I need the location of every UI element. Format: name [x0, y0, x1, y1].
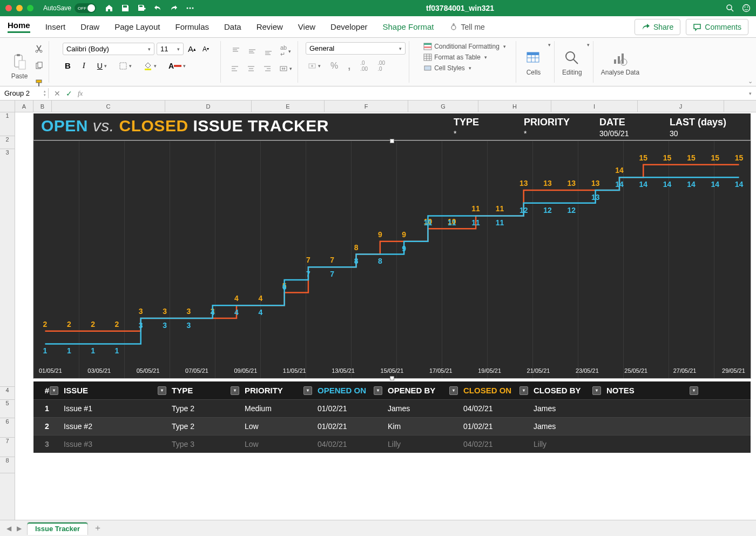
tab-page-layout[interactable]: Page Layout [114, 22, 160, 31]
prev-sheet-icon[interactable]: ◀ [6, 525, 11, 532]
filter-icon[interactable]: ▾ [449, 386, 458, 395]
fill-color-icon[interactable]: ▾ [141, 59, 159, 72]
cancel-formula-icon[interactable]: ✕ [54, 89, 60, 98]
align-center-icon[interactable] [245, 62, 258, 75]
next-sheet-icon[interactable]: ▶ [17, 525, 22, 532]
col-header[interactable]: F [325, 100, 408, 112]
chart-object[interactable]: 2222333344577899101011111313131314151515… [33, 140, 751, 378]
tab-developer[interactable]: Developer [330, 22, 367, 31]
filter-icon[interactable]: ▾ [374, 386, 382, 395]
increase-decimal-icon[interactable]: .0.00 [358, 58, 370, 74]
collapse-ribbon-icon[interactable]: ⌄ [748, 78, 753, 85]
filter-icon[interactable]: ▾ [303, 386, 312, 395]
align-bottom-icon[interactable] [262, 45, 275, 58]
col-header[interactable]: E [252, 100, 325, 112]
col-header[interactable]: I [551, 100, 638, 112]
tab-home[interactable]: Home [8, 21, 30, 33]
underline-icon[interactable]: U▾ [95, 59, 109, 72]
maximize-icon[interactable] [27, 5, 33, 11]
tab-draw[interactable]: Draw [80, 22, 99, 31]
copy-icon[interactable] [32, 59, 45, 72]
row-header[interactable]: 2 [0, 136, 15, 149]
close-icon[interactable] [5, 5, 12, 11]
col-header[interactable]: D [165, 100, 252, 112]
tab-data[interactable]: Data [224, 22, 241, 31]
currency-icon[interactable]: ▾ [306, 59, 323, 72]
row-header[interactable]: 6 [0, 418, 15, 438]
name-box-spinner[interactable]: ▴▾ [44, 89, 46, 97]
row-header[interactable]: 3 [0, 149, 15, 387]
undo-icon[interactable] [153, 4, 162, 12]
tab-review[interactable]: Review [256, 22, 283, 31]
align-top-icon[interactable] [230, 45, 242, 58]
save-icon[interactable] [121, 4, 130, 12]
filter-icon[interactable]: ▾ [50, 386, 58, 395]
smiley-icon[interactable] [742, 4, 751, 12]
tab-view[interactable]: View [298, 22, 315, 31]
bold-icon[interactable]: B [63, 59, 73, 72]
table-row[interactable]: 2Issue #2Type 2Low01/02/21Kim01/02/21Jam… [33, 417, 751, 435]
col-header[interactable]: B [33, 100, 52, 112]
font-name-select[interactable]: Calibri (Body) ▾ [63, 43, 154, 55]
conditional-formatting[interactable]: Conditional Formatting▾ [423, 42, 506, 51]
row-header[interactable]: 5 [0, 400, 15, 418]
row-header[interactable]: 4 [0, 387, 15, 400]
align-middle-icon[interactable] [246, 45, 259, 58]
autosave-toggle[interactable]: AutoSave [43, 3, 96, 13]
align-right-icon[interactable] [261, 62, 274, 75]
table-row[interactable]: 3Issue #3Type 3Low04/02/21Lilly04/02/21L… [33, 435, 751, 453]
expand-formula-icon[interactable]: ▾ [749, 91, 752, 96]
italic-icon[interactable]: I [80, 59, 87, 72]
number-format-select[interactable]: General ▾ [306, 42, 406, 55]
merge-icon[interactable]: ▾ [277, 62, 294, 75]
col-header[interactable]: G [408, 100, 478, 112]
filter-icon[interactable]: ▾ [690, 386, 698, 395]
decrease-font-icon[interactable]: A▾ [200, 43, 211, 55]
comments-button[interactable]: Comments [686, 19, 748, 35]
selection-handle[interactable] [390, 139, 394, 143]
tab-formulas[interactable]: Formulas [175, 22, 209, 31]
font-size-select[interactable]: 11 ▾ [157, 43, 184, 55]
table-row[interactable]: 1Issue #1Type 2Medium01/02/21James04/02/… [33, 399, 751, 417]
filter-icon[interactable]: ▾ [519, 386, 528, 395]
spreadsheet-grid[interactable]: A B C D E F G H I J K 1 2 3 4 5 6 7 8 [0, 100, 756, 520]
more-icon[interactable] [186, 4, 194, 12]
cells-icon[interactable] [524, 48, 543, 68]
filter-icon[interactable]: ▾ [158, 386, 166, 395]
col-header[interactable]: A [15, 100, 33, 112]
name-box[interactable]: Group 2 ▴▾ [0, 88, 49, 98]
row-header[interactable]: 1 [0, 112, 15, 136]
col-header[interactable]: J [638, 100, 724, 112]
tab-insert[interactable]: Insert [45, 22, 66, 31]
col-header[interactable]: C [52, 100, 165, 112]
comma-icon[interactable]: , [346, 58, 353, 74]
cut-icon[interactable] [32, 42, 45, 55]
row-header[interactable]: 8 [0, 457, 15, 473]
redo-icon[interactable] [170, 4, 178, 12]
align-left-icon[interactable] [228, 62, 241, 75]
font-color-icon[interactable]: A▾ [166, 59, 188, 72]
enter-formula-icon[interactable]: ✓ [66, 89, 72, 98]
format-as-table[interactable]: Format as Table▾ [423, 53, 487, 62]
percent-icon[interactable]: % [328, 59, 340, 73]
add-sheet-icon[interactable]: ＋ [93, 522, 102, 534]
editing-chevron[interactable]: ▾ [587, 42, 590, 48]
save-as-icon[interactable] [137, 4, 146, 12]
filter-icon[interactable]: ▾ [231, 386, 239, 395]
sheet-tab[interactable]: Issue Tracker [27, 522, 88, 535]
minimize-icon[interactable] [16, 5, 23, 11]
borders-icon[interactable]: ▾ [117, 59, 134, 72]
selection-handle[interactable] [390, 376, 394, 380]
tell-me[interactable]: Tell me [449, 23, 485, 31]
increase-font-icon[interactable]: A▴ [186, 42, 198, 56]
row-header[interactable]: 7 [0, 438, 15, 457]
formula-input[interactable] [88, 92, 747, 95]
home-icon[interactable] [105, 4, 113, 12]
wrap-text-icon[interactable]: ab↵▾ [278, 42, 293, 60]
decrease-decimal-icon[interactable]: .00.0 [375, 58, 387, 74]
col-header[interactable]: H [478, 100, 551, 112]
editing-icon[interactable] [562, 48, 582, 68]
fx-icon[interactable]: fx [78, 89, 83, 98]
search-icon[interactable] [726, 4, 734, 12]
col-header[interactable]: K [724, 100, 756, 112]
